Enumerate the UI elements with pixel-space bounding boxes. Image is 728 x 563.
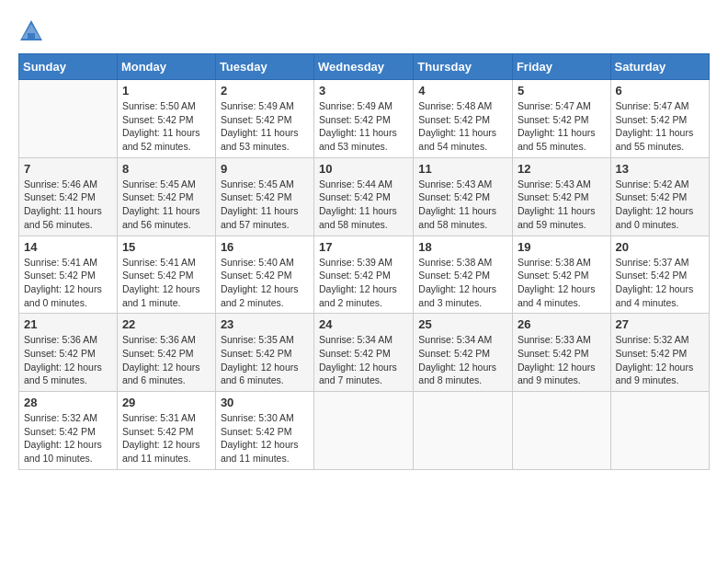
calendar-cell: 27Sunrise: 5:32 AMSunset: 5:42 PMDayligh… bbox=[610, 314, 709, 392]
calendar-cell bbox=[314, 392, 414, 470]
week-row-2: 7Sunrise: 5:46 AMSunset: 5:42 PMDaylight… bbox=[19, 157, 710, 236]
day-number: 6 bbox=[616, 84, 704, 98]
day-number: 28 bbox=[24, 396, 112, 409]
day-detail: Sunrise: 5:43 AMSunset: 5:42 PMDaylight:… bbox=[518, 178, 606, 232]
calendar-cell: 17Sunrise: 5:39 AMSunset: 5:42 PMDayligh… bbox=[314, 236, 414, 314]
week-row-3: 14Sunrise: 5:41 AMSunset: 5:42 PMDayligh… bbox=[19, 236, 710, 314]
day-number: 17 bbox=[319, 240, 408, 254]
day-number: 3 bbox=[319, 84, 408, 98]
calendar-cell: 3Sunrise: 5:49 AMSunset: 5:42 PMDaylight… bbox=[314, 80, 414, 158]
day-detail: Sunrise: 5:45 AMSunset: 5:42 PMDaylight:… bbox=[122, 178, 210, 232]
day-number: 16 bbox=[221, 240, 309, 254]
day-number: 29 bbox=[122, 396, 210, 409]
day-detail: Sunrise: 5:47 AMSunset: 5:42 PMDaylight:… bbox=[518, 99, 606, 154]
day-number: 18 bbox=[418, 240, 507, 254]
calendar-cell bbox=[414, 392, 513, 470]
day-detail: Sunrise: 5:34 AMSunset: 5:42 PMDaylight:… bbox=[418, 333, 507, 387]
day-detail: Sunrise: 5:33 AMSunset: 5:42 PMDaylight:… bbox=[518, 333, 606, 387]
day-number: 4 bbox=[418, 84, 507, 98]
day-detail: Sunrise: 5:31 AMSunset: 5:42 PMDaylight:… bbox=[122, 411, 210, 465]
weekday-header-row: SundayMondayTuesdayWednesdayThursdayFrid… bbox=[19, 54, 710, 80]
day-number: 27 bbox=[616, 317, 704, 331]
week-row-1: 1Sunrise: 5:50 AMSunset: 5:42 PMDaylight… bbox=[19, 80, 710, 158]
calendar-cell: 4Sunrise: 5:48 AMSunset: 5:42 PMDaylight… bbox=[414, 80, 513, 158]
day-number: 24 bbox=[319, 317, 408, 331]
calendar-cell: 26Sunrise: 5:33 AMSunset: 5:42 PMDayligh… bbox=[512, 314, 610, 392]
week-row-4: 21Sunrise: 5:36 AMSunset: 5:42 PMDayligh… bbox=[19, 314, 710, 392]
day-detail: Sunrise: 5:36 AMSunset: 5:42 PMDaylight:… bbox=[122, 333, 210, 387]
calendar-cell: 5Sunrise: 5:47 AMSunset: 5:42 PMDaylight… bbox=[512, 80, 610, 158]
day-detail: Sunrise: 5:40 AMSunset: 5:42 PMDaylight:… bbox=[221, 256, 309, 310]
calendar-cell: 15Sunrise: 5:41 AMSunset: 5:42 PMDayligh… bbox=[117, 236, 215, 314]
calendar-cell: 16Sunrise: 5:40 AMSunset: 5:42 PMDayligh… bbox=[215, 236, 313, 314]
day-detail: Sunrise: 5:35 AMSunset: 5:42 PMDaylight:… bbox=[221, 333, 309, 387]
weekday-header-thursday: Thursday bbox=[414, 54, 513, 80]
day-detail: Sunrise: 5:34 AMSunset: 5:42 PMDaylight:… bbox=[319, 333, 408, 387]
calendar-table: SundayMondayTuesdayWednesdayThursdayFrid… bbox=[18, 53, 710, 470]
calendar-cell: 23Sunrise: 5:35 AMSunset: 5:42 PMDayligh… bbox=[215, 314, 313, 392]
day-detail: Sunrise: 5:37 AMSunset: 5:42 PMDaylight:… bbox=[616, 256, 704, 310]
svg-rect-2 bbox=[28, 33, 35, 39]
day-detail: Sunrise: 5:36 AMSunset: 5:42 PMDaylight:… bbox=[24, 333, 112, 387]
day-detail: Sunrise: 5:41 AMSunset: 5:42 PMDaylight:… bbox=[122, 256, 210, 310]
day-number: 10 bbox=[319, 162, 408, 176]
week-row-5: 28Sunrise: 5:32 AMSunset: 5:42 PMDayligh… bbox=[19, 392, 710, 470]
weekday-header-saturday: Saturday bbox=[610, 54, 709, 80]
logo bbox=[18, 18, 48, 44]
day-detail: Sunrise: 5:46 AMSunset: 5:42 PMDaylight:… bbox=[24, 178, 112, 232]
calendar-cell: 11Sunrise: 5:43 AMSunset: 5:42 PMDayligh… bbox=[414, 157, 513, 236]
calendar-cell: 20Sunrise: 5:37 AMSunset: 5:42 PMDayligh… bbox=[610, 236, 709, 314]
calendar-cell bbox=[512, 392, 610, 470]
day-number: 11 bbox=[418, 162, 507, 176]
day-number: 1 bbox=[122, 84, 210, 98]
day-detail: Sunrise: 5:49 AMSunset: 5:42 PMDaylight:… bbox=[319, 99, 408, 154]
calendar-cell bbox=[19, 80, 118, 158]
day-number: 13 bbox=[616, 162, 704, 176]
calendar-cell bbox=[610, 392, 709, 470]
logo-icon bbox=[18, 18, 44, 44]
calendar-cell: 8Sunrise: 5:45 AMSunset: 5:42 PMDaylight… bbox=[117, 157, 215, 236]
day-detail: Sunrise: 5:32 AMSunset: 5:42 PMDaylight:… bbox=[616, 333, 704, 387]
calendar-cell: 10Sunrise: 5:44 AMSunset: 5:42 PMDayligh… bbox=[314, 157, 414, 236]
day-detail: Sunrise: 5:45 AMSunset: 5:42 PMDaylight:… bbox=[221, 178, 309, 232]
day-number: 23 bbox=[221, 317, 309, 331]
day-detail: Sunrise: 5:39 AMSunset: 5:42 PMDaylight:… bbox=[319, 256, 408, 310]
day-detail: Sunrise: 5:42 AMSunset: 5:42 PMDaylight:… bbox=[616, 178, 704, 232]
day-number: 25 bbox=[418, 317, 507, 331]
day-detail: Sunrise: 5:49 AMSunset: 5:42 PMDaylight:… bbox=[221, 99, 309, 154]
day-number: 14 bbox=[24, 240, 112, 254]
calendar-cell: 18Sunrise: 5:38 AMSunset: 5:42 PMDayligh… bbox=[414, 236, 513, 314]
calendar-cell: 22Sunrise: 5:36 AMSunset: 5:42 PMDayligh… bbox=[117, 314, 215, 392]
calendar-cell: 12Sunrise: 5:43 AMSunset: 5:42 PMDayligh… bbox=[512, 157, 610, 236]
day-detail: Sunrise: 5:43 AMSunset: 5:42 PMDaylight:… bbox=[418, 178, 507, 232]
weekday-header-friday: Friday bbox=[512, 54, 610, 80]
calendar-cell: 30Sunrise: 5:30 AMSunset: 5:42 PMDayligh… bbox=[215, 392, 313, 470]
calendar-cell: 13Sunrise: 5:42 AMSunset: 5:42 PMDayligh… bbox=[610, 157, 709, 236]
day-detail: Sunrise: 5:41 AMSunset: 5:42 PMDaylight:… bbox=[24, 256, 112, 310]
calendar-cell: 9Sunrise: 5:45 AMSunset: 5:42 PMDaylight… bbox=[215, 157, 313, 236]
day-number: 26 bbox=[518, 317, 606, 331]
calendar-cell: 2Sunrise: 5:49 AMSunset: 5:42 PMDaylight… bbox=[215, 80, 313, 158]
weekday-header-tuesday: Tuesday bbox=[215, 54, 313, 80]
weekday-header-sunday: Sunday bbox=[19, 54, 118, 80]
day-number: 21 bbox=[24, 317, 112, 331]
day-number: 12 bbox=[518, 162, 606, 176]
day-detail: Sunrise: 5:47 AMSunset: 5:42 PMDaylight:… bbox=[616, 99, 704, 154]
day-number: 7 bbox=[24, 162, 112, 176]
calendar-cell: 29Sunrise: 5:31 AMSunset: 5:42 PMDayligh… bbox=[117, 392, 215, 470]
calendar-cell: 6Sunrise: 5:47 AMSunset: 5:42 PMDaylight… bbox=[610, 80, 709, 158]
calendar-cell: 1Sunrise: 5:50 AMSunset: 5:42 PMDaylight… bbox=[117, 80, 215, 158]
calendar-cell: 24Sunrise: 5:34 AMSunset: 5:42 PMDayligh… bbox=[314, 314, 414, 392]
day-detail: Sunrise: 5:30 AMSunset: 5:42 PMDaylight:… bbox=[221, 411, 309, 465]
day-number: 20 bbox=[616, 240, 704, 254]
day-number: 15 bbox=[122, 240, 210, 254]
day-number: 19 bbox=[518, 240, 606, 254]
day-detail: Sunrise: 5:44 AMSunset: 5:42 PMDaylight:… bbox=[319, 178, 408, 232]
day-detail: Sunrise: 5:32 AMSunset: 5:42 PMDaylight:… bbox=[24, 411, 112, 465]
day-number: 22 bbox=[122, 317, 210, 331]
day-detail: Sunrise: 5:38 AMSunset: 5:42 PMDaylight:… bbox=[418, 256, 507, 310]
calendar-cell: 28Sunrise: 5:32 AMSunset: 5:42 PMDayligh… bbox=[19, 392, 118, 470]
calendar-cell: 19Sunrise: 5:38 AMSunset: 5:42 PMDayligh… bbox=[512, 236, 610, 314]
day-detail: Sunrise: 5:48 AMSunset: 5:42 PMDaylight:… bbox=[418, 99, 507, 154]
day-number: 2 bbox=[221, 84, 309, 98]
